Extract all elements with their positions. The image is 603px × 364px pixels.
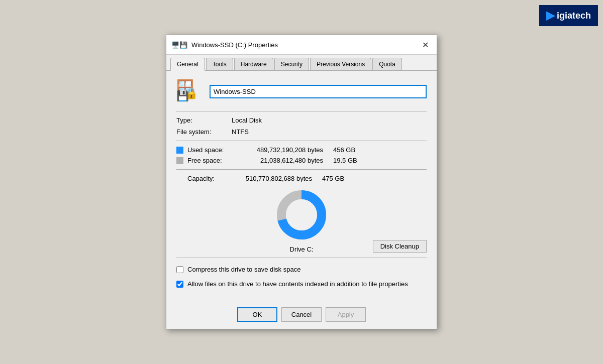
cancel-button[interactable]: Cancel [281,307,322,322]
svg-point-2 [286,199,317,230]
d-icon: ▶ [546,9,555,22]
divider-3 [176,169,427,170]
tab-content-general: 🪟 🔒 💾 Type: Local Disk File system: NTFS… [166,71,437,301]
donut-chart-area: Drive C: Disk Cleanup [176,187,427,253]
checkbox-section: Compress this drive to save disk space A… [176,265,427,288]
filesystem-label: File system: [176,128,232,136]
apply-button[interactable]: Apply [326,307,366,322]
title-bar: 🖥️💾 Windows-SSD (C:) Properties ✕ [166,35,437,55]
used-space-row: Used space: 489,732,190,208 bytes 456 GB [176,146,427,154]
capacity-gb: 475 GB [322,175,352,182]
tab-general[interactable]: General [170,58,205,71]
dialog-title: Windows-SSD (C:) Properties [191,41,278,49]
close-button[interactable]: ✕ [419,38,432,51]
divider-4 [176,258,427,258]
drive-title-icon: 🖥️💾 [171,41,187,49]
hdd-icon: 💾 [176,90,189,102]
button-row: OK Cancel Apply [166,302,437,329]
logo-text: igiatech [557,11,591,21]
compress-checkbox[interactable] [176,266,183,273]
drive-name-input[interactable] [210,85,427,98]
used-space-bytes: 489,732,190,208 bytes [233,146,323,154]
type-row: Type: Local Disk [176,116,427,124]
index-row: Allow files on this drive to have conten… [176,280,427,289]
drive-icons: 🪟 🔒 💾 [176,79,203,104]
filesystem-row: File system: NTFS [176,128,427,136]
divider-2 [176,141,427,141]
used-space-label: Used space: [187,146,233,154]
capacity-label: Capacity: [176,175,222,182]
type-label: Type: [176,116,232,124]
tab-previous-versions[interactable]: Previous Versions [310,58,371,70]
free-color-box [176,157,183,164]
donut-chart [274,187,329,242]
compress-label: Compress this drive to save disk space [187,265,300,274]
free-space-bytes: 21,038,612,480 bytes [233,157,323,164]
index-checkbox[interactable] [176,281,183,288]
free-space-row: Free space: 21,038,612,480 bytes 19.5 GB [176,157,427,164]
type-value: Local Disk [232,116,262,124]
divider-1 [176,111,427,111]
capacity-bytes: 510,770,802,688 bytes [222,175,312,182]
index-label: Allow files on this drive to have conten… [187,280,408,289]
disk-cleanup-button[interactable]: Disk Cleanup [373,240,427,253]
tab-bar: General Tools Hardware Security Previous… [166,55,437,71]
tab-hardware[interactable]: Hardware [234,58,273,70]
filesystem-value: NTFS [232,128,249,136]
free-space-label: Free space: [187,157,233,164]
capacity-row: Capacity: 510,770,802,688 bytes 475 GB [176,175,427,182]
used-color-box [176,147,183,154]
properties-dialog: 🖥️💾 Windows-SSD (C:) Properties ✕ Genera… [166,35,437,329]
tab-security[interactable]: Security [274,58,309,70]
ok-button[interactable]: OK [237,307,277,322]
donut-svg [274,187,329,242]
tab-quota[interactable]: Quota [372,58,402,70]
title-bar-left: 🖥️💾 Windows-SSD (C:) Properties [171,41,278,49]
drive-header: 🪟 🔒 💾 [176,79,427,104]
compress-row: Compress this drive to save disk space [176,265,427,274]
free-space-gb: 19.5 GB [333,157,363,164]
digiatech-logo: ▶ igiatech [539,5,598,26]
space-section: Used space: 489,732,190,208 bytes 456 GB… [176,146,427,164]
tab-tools[interactable]: Tools [206,58,233,70]
used-space-gb: 456 GB [333,146,363,154]
